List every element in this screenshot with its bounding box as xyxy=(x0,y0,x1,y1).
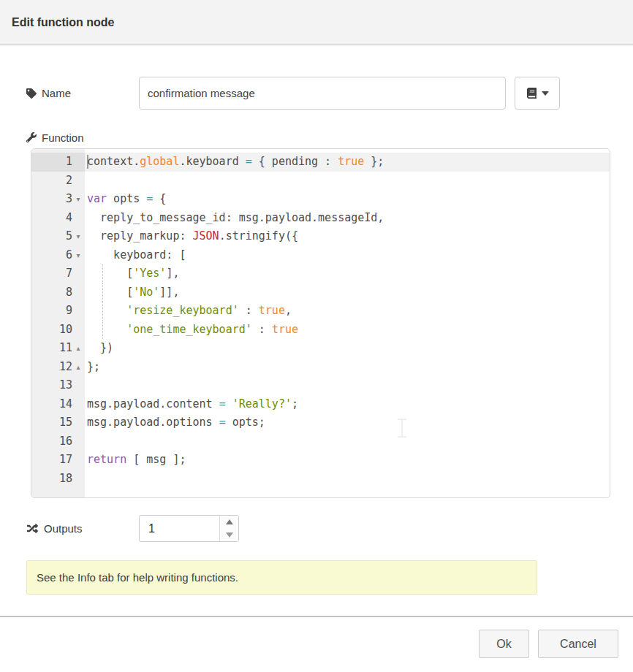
code-line-12[interactable]: 12▴}; xyxy=(31,358,610,377)
arrow-down-icon xyxy=(226,532,233,538)
code-line-6[interactable]: 6▾ keyboard: [ xyxy=(31,246,610,265)
cancel-button[interactable]: Cancel xyxy=(538,630,618,658)
code-line-8[interactable]: 8 ['No']], xyxy=(31,283,610,302)
code-text xyxy=(85,470,610,489)
code-text: msg.payload.content = 'Really?'; xyxy=(85,395,610,414)
spinner-down-button[interactable] xyxy=(220,529,238,542)
code-line-14[interactable]: 14msg.payload.content = 'Really?'; xyxy=(31,395,610,414)
dialog-footer: Ok Cancel xyxy=(0,617,633,658)
code-line-11[interactable]: 11▴ }) xyxy=(31,339,610,358)
line-number: 15 xyxy=(31,413,85,432)
code-text: var opts = { xyxy=(85,190,610,209)
line-number: 11▴ xyxy=(31,339,85,358)
code-text xyxy=(85,376,610,395)
code-line-18[interactable]: 18 xyxy=(31,470,610,489)
code-text: }) xyxy=(85,339,610,358)
info-tip-text: See the Info tab for help writing functi… xyxy=(37,571,238,584)
outputs-row: Outputs xyxy=(26,515,607,542)
code-text: return [ msg ]; xyxy=(85,451,610,470)
outputs-input[interactable] xyxy=(140,516,219,541)
arrow-up-icon xyxy=(226,519,233,524)
code-text: }; xyxy=(85,358,610,377)
outputs-spinner xyxy=(139,515,239,542)
code-line-17[interactable]: 17return [ msg ]; xyxy=(31,451,610,470)
code-text: keyboard: [ xyxy=(85,246,610,265)
code-text: 'one_time_keyboard' : true xyxy=(85,321,610,340)
line-number: 13 xyxy=(31,376,85,395)
fold-open-icon[interactable]: ▾ xyxy=(73,190,83,209)
code-line-9[interactable]: 9 'resize_keyboard' : true, xyxy=(31,302,610,321)
book-icon xyxy=(526,88,537,99)
indent-guide xyxy=(102,302,103,321)
code-text xyxy=(85,432,610,451)
code-text: ['No']], xyxy=(85,283,610,302)
function-code-editor[interactable]: 1context.global.keyboard = { pending : t… xyxy=(31,148,610,498)
fold-open-icon[interactable]: ▾ xyxy=(73,246,83,265)
info-tip: See the Info tab for help writing functi… xyxy=(26,560,537,595)
fold-open-icon[interactable]: ▾ xyxy=(73,227,83,246)
outputs-label-text: Outputs xyxy=(44,522,83,535)
function-label: Function xyxy=(26,130,607,145)
code-text: msg.payload.options = opts; xyxy=(85,413,610,432)
edit-function-dialog: Edit function node Name Function 1contex… xyxy=(0,0,633,672)
name-label-text: Name xyxy=(42,87,71,99)
code-line-15[interactable]: 15msg.payload.options = opts; xyxy=(31,413,610,432)
fold-close-icon[interactable]: ▴ xyxy=(73,358,83,377)
code-line-2[interactable]: 2 xyxy=(31,172,610,191)
code-line-13[interactable]: 13 xyxy=(31,376,610,395)
wrench-icon xyxy=(26,132,37,142)
name-row: Name xyxy=(26,77,607,110)
line-number: 10 xyxy=(31,321,85,340)
spinner-buttons xyxy=(219,516,238,541)
indent-guide xyxy=(102,321,103,340)
code-text xyxy=(85,172,610,191)
code-line-5[interactable]: 5▾ reply_markup: JSON.stringify({ xyxy=(31,227,610,246)
library-button[interactable] xyxy=(515,77,560,110)
dialog-header: Edit function node xyxy=(0,0,633,45)
code-text: 'resize_keyboard' : true, xyxy=(85,302,610,321)
line-number: 4 xyxy=(31,209,85,228)
line-number: 5▾ xyxy=(31,227,85,246)
code-line-7[interactable]: 7 ['Yes'], xyxy=(31,264,610,283)
code-line-10[interactable]: 10 'one_time_keyboard' : true xyxy=(31,321,610,340)
code-line-16[interactable]: 16 xyxy=(31,432,610,451)
fold-close-icon[interactable]: ▴ xyxy=(73,339,83,358)
line-number: 8 xyxy=(31,283,85,302)
line-number: 9 xyxy=(31,302,85,321)
shuffle-icon xyxy=(26,523,39,534)
ok-button[interactable]: Ok xyxy=(479,630,529,658)
indent-guide xyxy=(102,283,103,302)
line-number: 3▾ xyxy=(31,190,85,209)
dialog-title: Edit function node xyxy=(12,16,114,29)
spinner-up-button[interactable] xyxy=(220,516,238,529)
code-text: context.global.keyboard = { pending : tr… xyxy=(85,153,610,172)
line-number: 14 xyxy=(31,395,85,414)
function-label-text: Function xyxy=(42,131,84,144)
code-text: reply_to_message_id: msg.payload.message… xyxy=(85,209,610,228)
line-number: 2 xyxy=(31,172,85,191)
line-number: 7 xyxy=(31,264,85,283)
code-text: reply_markup: JSON.stringify({ xyxy=(85,227,610,246)
line-number: 17 xyxy=(31,451,85,470)
code-text: ['Yes'], xyxy=(85,264,610,283)
name-label: Name xyxy=(26,87,139,99)
tag-icon xyxy=(26,88,37,99)
caret-down-icon xyxy=(542,91,549,96)
line-number: 16 xyxy=(31,432,85,451)
outputs-label: Outputs xyxy=(26,522,139,535)
code-line-4[interactable]: 4 reply_to_message_id: msg.payload.messa… xyxy=(31,209,610,228)
line-number: 1 xyxy=(31,153,85,172)
line-number: 18 xyxy=(31,470,85,489)
code-line-1[interactable]: 1context.global.keyboard = { pending : t… xyxy=(31,153,610,172)
dialog-body: Name Function 1context.global.keyboard =… xyxy=(0,77,633,595)
name-input[interactable] xyxy=(139,77,506,110)
indent-guide xyxy=(102,264,103,283)
line-number: 12▴ xyxy=(31,358,85,377)
line-number: 6▾ xyxy=(31,246,85,265)
code-line-3[interactable]: 3▾var opts = { xyxy=(31,190,610,209)
